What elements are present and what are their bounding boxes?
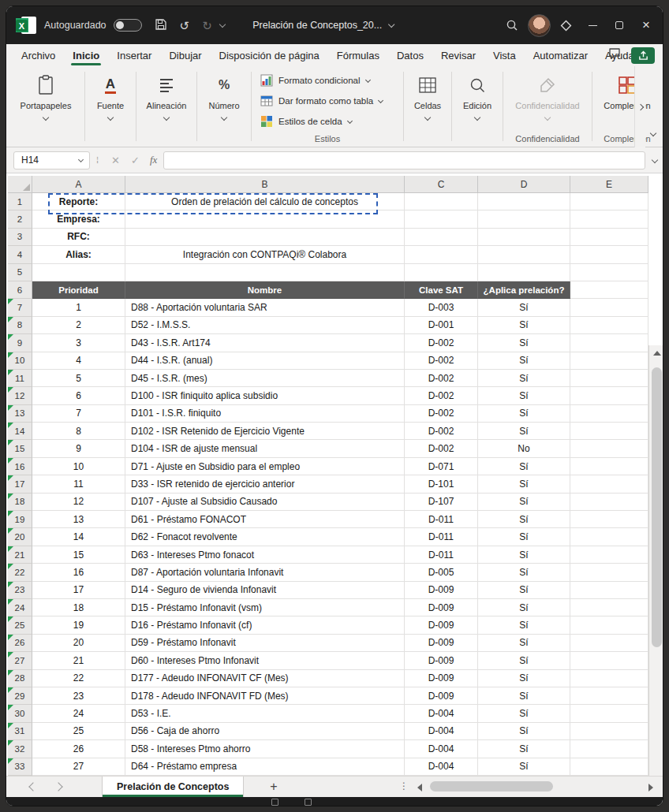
cell-A11[interactable]: 5 [32,370,125,387]
cell-B33[interactable]: D64 - Préstamo empresa [125,758,405,776]
cell-A6[interactable]: Prioridad [32,281,125,299]
cell-B32[interactable]: D58 - Intereses Ptmo ahorro [125,740,405,758]
ribbon-tab-formulas[interactable]: Fórmulas [328,44,388,66]
insert-function-icon[interactable]: fx [150,154,157,166]
cell-B12[interactable]: D100 - ISR finiquito aplica subsidio [125,387,405,404]
cell-E31[interactable] [570,723,648,740]
ribbon-tab-insertar[interactable]: Insertar [108,44,160,66]
row-header-4[interactable]: 4 [8,246,32,263]
cell-C2[interactable] [405,210,478,228]
row-header-11[interactable]: 11 [8,370,32,387]
cell-B24[interactable]: D15 - Préstamo Infonavit (vsm) [125,599,405,616]
cell-D33[interactable]: Sí [478,758,570,776]
cell-B18[interactable]: D107 - Ajuste al Subsidio Causado [125,494,405,511]
cell-D15[interactable]: No [478,440,570,457]
cell-styles-button[interactable]: Estilos de celda [254,111,352,132]
cell-E25[interactable] [570,616,648,634]
premium-diamond-icon[interactable] [552,6,579,44]
cell-A22[interactable]: 16 [32,564,125,581]
cell-C7[interactable]: D-003 [405,299,478,316]
row-header-27[interactable]: 27 [8,652,32,669]
cell-E10[interactable] [570,352,648,370]
cell-C13[interactable]: D-002 [405,405,478,423]
cell-C10[interactable]: D-002 [405,352,478,370]
cell-E20[interactable] [570,528,648,546]
cell-C33[interactable]: D-004 [405,758,478,776]
cell-C27[interactable]: D-009 [405,652,478,669]
cell-C1[interactable] [405,193,478,210]
cell-D25[interactable]: Sí [478,616,570,634]
cell-C19[interactable]: D-011 [405,511,478,528]
cell-D30[interactable]: Sí [478,705,570,722]
cell-D22[interactable]: Sí [478,564,570,581]
cell-E14[interactable] [570,423,648,440]
cell-C26[interactable]: D-009 [405,635,478,652]
cancel-formula-icon[interactable]: ✕ [111,155,120,166]
cell-A30[interactable]: 24 [32,705,125,722]
row-header-2[interactable]: 2 [8,210,32,228]
undo-icon[interactable]: ↺ [180,20,190,32]
cell-C32[interactable]: D-004 [405,740,478,758]
row-header-23[interactable]: 23 [8,582,32,599]
cell-D29[interactable]: Sí [478,687,570,705]
cell-A4[interactable]: Alias: [32,246,125,263]
cell-A32[interactable]: 26 [32,740,125,758]
row-header-1[interactable]: 1 [8,193,32,210]
cell-A19[interactable]: 13 [32,511,125,528]
row-header-17[interactable]: 17 [8,475,32,493]
cell-B13[interactable]: D101 - I.S.R. finiquito [125,405,405,423]
cell-C3[interactable] [405,229,478,246]
cell-C5[interactable] [405,264,478,281]
cell-B17[interactable]: D33 - ISR retenido de ejercicio anterior [125,475,405,493]
sheet-nav-next-icon[interactable] [54,782,62,791]
cell-A1[interactable]: Reporte: [32,193,125,210]
cell-A31[interactable]: 25 [32,723,125,740]
ribbon-tab-disposicion-de-pagina[interactable]: Disposición de página [211,44,328,66]
cell-B31[interactable]: D56 - Caja de ahorro [125,723,405,740]
cell-A25[interactable]: 19 [32,616,125,634]
ribbon-tab-datos[interactable]: Datos [388,44,432,66]
row-header-26[interactable]: 26 [8,635,32,652]
cell-B3[interactable] [125,229,405,246]
cell-E18[interactable] [570,494,648,511]
cell-B27[interactable]: D60 - Intereses Ptmo Infonavit [125,652,405,669]
cell-A15[interactable]: 9 [32,440,125,457]
cell-D5[interactable] [478,264,570,281]
cell-E4[interactable] [570,246,648,263]
cell-B26[interactable]: D59 - Préstamo Infonavit [125,635,405,652]
quick-access-chevron-icon[interactable] [219,20,225,27]
horizontal-scrollbar[interactable] [417,780,653,793]
cell-B15[interactable]: D104 - ISR de ajuste mensual [125,440,405,457]
row-header-8[interactable]: 8 [8,317,32,334]
cell-C15[interactable]: D-002 [405,440,478,457]
row-header-9[interactable]: 9 [8,334,32,352]
cell-C29[interactable]: D-009 [405,687,478,705]
cell-E17[interactable] [570,475,648,493]
cell-A27[interactable]: 21 [32,652,125,669]
cell-D2[interactable] [478,210,570,228]
row-header-31[interactable]: 31 [8,723,32,740]
cell-C23[interactable]: D-009 [405,582,478,599]
cell-B30[interactable]: D53 - I.E. [125,705,405,722]
group-fuente[interactable]: A Fuente [88,66,133,147]
ribbon-tab-archivo[interactable]: Archivo [13,44,64,66]
select-all-corner[interactable] [8,176,32,193]
cell-D24[interactable]: Sí [478,599,570,616]
cell-E28[interactable] [570,670,648,687]
row-header-10[interactable]: 10 [8,352,32,370]
cell-D1[interactable] [478,193,570,210]
cell-D14[interactable]: Sí [478,423,570,440]
group-edicion[interactable]: Edición [454,66,500,147]
row-header-28[interactable]: 28 [8,670,32,687]
cell-B19[interactable]: D61 - Préstamo FONACOT [125,511,405,528]
cell-B5[interactable] [125,264,405,281]
cell-A17[interactable]: 11 [32,475,125,493]
row-header-14[interactable]: 14 [8,423,32,440]
cell-C24[interactable]: D-009 [405,599,478,616]
cell-E30[interactable] [570,705,648,722]
cell-C12[interactable]: D-002 [405,387,478,404]
ribbon-tab-automatizar[interactable]: Automatizar [525,44,596,66]
autosave-toggle[interactable] [114,19,142,32]
cell-D16[interactable]: Sí [478,458,570,475]
cell-E21[interactable] [570,546,648,564]
